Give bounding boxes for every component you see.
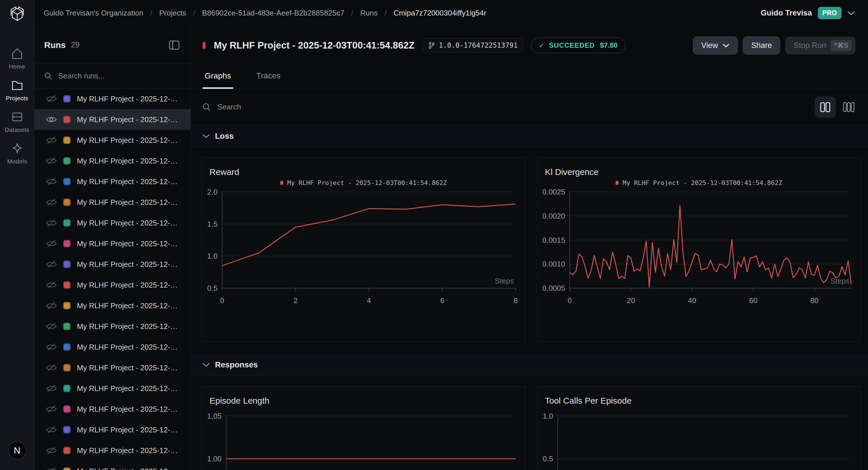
section-loss-header[interactable]: Loss [191, 125, 868, 147]
run-list-item[interactable]: My RLHF Project - 2025-12-… [34, 399, 191, 419]
runs-panel: Runs 29 My RLHF Project - 2025-12-… My R… [34, 26, 191, 470]
breadcrumb-item[interactable]: Cmipa7z72000304iffy1lg54r [394, 9, 486, 18]
user-menu[interactable]: Guido Trevisa PRO [761, 7, 855, 19]
run-list-item[interactable]: My RLHF Project - 2025-12-… [34, 461, 191, 470]
eye-off-icon [46, 467, 57, 470]
run-name: My RLHF Project - 2025-12-… [77, 343, 178, 352]
breadcrumb-item[interactable]: Runs [360, 9, 378, 18]
run-list-item[interactable]: My RLHF Project - 2025-12-… [34, 150, 191, 171]
visibility-toggle-icon[interactable] [46, 446, 57, 455]
run-color-swatch [63, 178, 71, 185]
eye-off-icon [46, 177, 57, 186]
sidebar-item-home[interactable]: Home [0, 47, 34, 70]
run-list-item[interactable]: My RLHF Project - 2025-12-… [34, 316, 191, 337]
run-color-swatch [63, 116, 71, 123]
svg-text:0.0015: 0.0015 [542, 236, 565, 244]
visibility-toggle-icon[interactable] [46, 239, 57, 248]
svg-text:0.0025: 0.0025 [542, 187, 565, 196]
svg-text:80: 80 [810, 296, 818, 305]
graphs-search-input[interactable] [218, 102, 808, 112]
visibility-toggle-icon[interactable] [46, 405, 57, 413]
visibility-toggle-icon[interactable] [46, 363, 57, 372]
svg-text:0.5: 0.5 [207, 284, 218, 292]
svg-text:0: 0 [220, 296, 224, 305]
visibility-toggle-icon[interactable] [46, 425, 57, 434]
visibility-toggle-icon[interactable] [46, 156, 57, 165]
run-list-item[interactable]: My RLHF Project - 2025-12-… [34, 419, 191, 440]
visibility-toggle-icon[interactable] [46, 177, 57, 186]
run-color-swatch [63, 467, 71, 470]
tab-traces[interactable]: Traces [254, 64, 283, 89]
run-list-item[interactable]: My RLHF Project - 2025-12-… [34, 378, 191, 399]
chevron-down-icon [203, 134, 210, 139]
svg-text:2.0: 2.0 [207, 187, 218, 196]
user-avatar[interactable]: N [8, 441, 26, 460]
sidebar-item-datasets[interactable]: Datasets [0, 110, 34, 133]
run-list-item[interactable]: My RLHF Project - 2025-12-… [34, 295, 191, 316]
visibility-toggle-icon[interactable] [46, 343, 57, 351]
run-list-item[interactable]: My RLHF Project - 2025-12-… [34, 357, 191, 378]
cube-logo-icon [8, 4, 26, 22]
content-row: Runs 29 My RLHF Project - 2025-12-… My R… [34, 26, 868, 470]
visibility-toggle-icon[interactable] [46, 198, 57, 207]
run-list-item[interactable]: My RLHF Project - 2025-12-… [34, 254, 191, 275]
user-name: Guido Trevisa [761, 9, 812, 18]
sidebar-item-label: Datasets [5, 126, 29, 133]
run-list-item[interactable]: My RLHF Project - 2025-12-… [34, 171, 191, 192]
section-responses-label: Responses [215, 360, 258, 370]
sidebar-item-label: Projects [6, 95, 28, 102]
run-color-swatch [63, 240, 71, 247]
version-badge[interactable]: 1.0.0-1764722513791 [423, 38, 523, 53]
visibility-toggle-icon[interactable] [46, 136, 57, 145]
two-column-layout-button[interactable] [815, 96, 836, 118]
app-logo[interactable] [0, 0, 34, 26]
breadcrumb-item[interactable]: Guido Trevisan's Organization [43, 9, 143, 18]
runs-count-badge: 29 [71, 40, 80, 50]
run-list-item[interactable]: My RLHF Project - 2025-12-… [34, 440, 191, 461]
run-list-item[interactable]: My RLHF Project - 2025-12-… [34, 337, 191, 357]
visibility-toggle-icon[interactable] [46, 467, 57, 470]
visibility-toggle-icon[interactable] [46, 94, 57, 103]
stop-run-button[interactable]: Stop Run ^⌘S [785, 37, 856, 54]
visibility-toggle-icon[interactable] [46, 260, 57, 269]
run-list-item[interactable]: My RLHF Project - 2025-12-… [34, 88, 191, 109]
breadcrumb-item[interactable]: B86902ce-51ad-483e-Aeef-B2b2885825c7 [202, 9, 344, 18]
folder-icon [11, 79, 24, 92]
run-list-item[interactable]: My RLHF Project - 2025-12-… [34, 233, 191, 254]
header-actions: View Share Stop Run ^⌘S [693, 36, 856, 55]
run-list-item[interactable]: My RLHF Project - 2025-12-… [34, 192, 191, 213]
breadcrumb-item[interactable]: Projects [159, 9, 186, 18]
visibility-toggle-icon[interactable] [46, 322, 57, 331]
run-list-item[interactable]: My RLHF Project - 2025-12-… [34, 275, 191, 295]
collapse-panel-button[interactable] [169, 40, 180, 51]
runs-panel-header: Runs 29 [34, 26, 191, 64]
breadcrumb-separator: / [150, 9, 152, 18]
three-column-layout-button[interactable] [838, 96, 859, 118]
section-responses-header[interactable]: Responses [191, 354, 868, 376]
visibility-toggle-icon[interactable] [46, 115, 57, 124]
sidebar-item-projects[interactable]: Projects [0, 79, 34, 102]
eye-off-icon [46, 239, 57, 248]
tab-graphs[interactable]: Graphs [203, 64, 234, 89]
visibility-toggle-icon[interactable] [46, 218, 57, 227]
eye-off-icon [46, 260, 57, 269]
visibility-toggle-icon[interactable] [46, 281, 57, 289]
legend-marker-icon [615, 181, 619, 185]
svg-text:0.0005: 0.0005 [542, 284, 565, 292]
run-color-swatch [63, 385, 71, 392]
chevron-down-icon [847, 11, 855, 16]
run-list-item[interactable]: My RLHF Project - 2025-12-… [34, 213, 191, 233]
sidebar-item-models[interactable]: Models [0, 142, 34, 165]
runs-search-input[interactable] [58, 71, 181, 81]
run-list-item[interactable]: My RLHF Project - 2025-12-… [34, 109, 191, 130]
tabs: Graphs Traces [191, 64, 868, 89]
eye-off-icon [46, 281, 57, 289]
visibility-toggle-icon[interactable] [46, 384, 57, 393]
share-button[interactable]: Share [743, 36, 780, 55]
view-button[interactable]: View [693, 36, 738, 55]
run-color-swatch [63, 426, 71, 434]
visibility-toggle-icon[interactable] [46, 301, 57, 310]
chart-legend: My RLHF Project - 2025-12-03T00:41:54.86… [537, 178, 861, 187]
run-cost: $7.80 [600, 41, 618, 50]
run-list-item[interactable]: My RLHF Project - 2025-12-… [34, 130, 191, 150]
